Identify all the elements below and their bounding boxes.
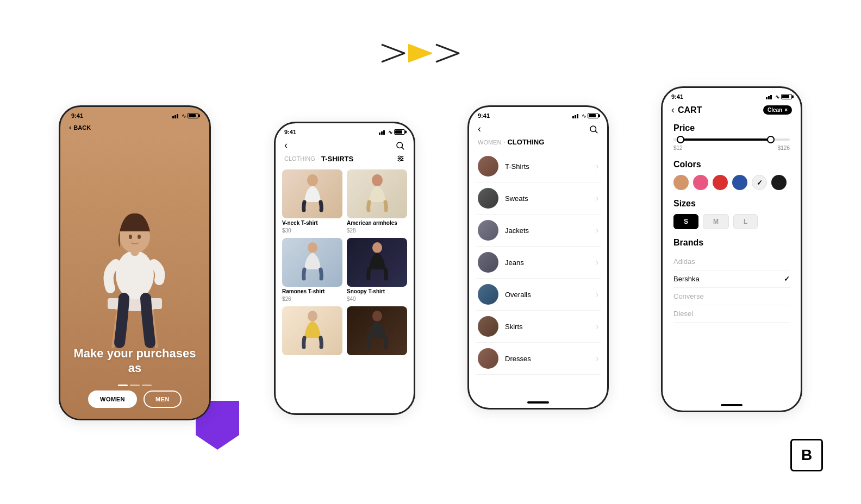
product-item-4[interactable]: Snoopy T-shirt $40 [347,238,407,302]
product-item-2[interactable]: American armholes $28 [347,169,407,234]
back-arrow-4[interactable]: ‹ [671,104,675,116]
svg-point-13 [138,235,141,239]
product-item-6[interactable] [347,306,407,355]
brands-title: Brands [673,238,790,248]
carousel-dots [60,385,209,386]
category-avatar-overalls [478,284,498,305]
women-button[interactable]: WOMEN [88,390,137,408]
phone4-inner: 9:41 ∿ ‹ CART Clean × [663,88,801,411]
time-3: 9:41 [478,112,490,119]
product-item-3[interactable]: Ramones T-shirt $26 [282,238,342,302]
color-tan[interactable] [673,175,689,190]
brand-diesel-label: Diesel [673,310,693,318]
category-avatar-jeans [478,252,498,273]
size-m[interactable]: M [703,214,729,229]
time-2: 9:41 [284,129,296,135]
status-icons-4: ∿ [766,94,792,100]
category-overalls[interactable]: Overalls › [476,279,601,311]
wifi-icon-3: ∿ [582,113,586,119]
product-image-5 [282,306,342,355]
category-dresses[interactable]: Dresses › [476,343,601,375]
price-max: $126 [778,145,790,151]
category-skirts[interactable]: Skirts › [476,311,601,343]
product-price-3: $26 [282,296,342,302]
svg-point-21 [398,160,400,161]
color-black[interactable] [771,175,787,190]
category-tshirts[interactable]: T-Shirts › [476,150,601,182]
product-price-2: $28 [347,228,407,234]
brand-diesel[interactable]: Diesel [673,305,790,323]
wifi-icon: ∿ [182,113,186,119]
back-nav[interactable]: ‹ BACK [60,121,209,136]
category-label-sweats: Sweats [505,194,589,203]
price-handle-min[interactable] [677,136,684,143]
category-label-overalls: Overalls [505,291,589,299]
phone-product-list: 9:41 ∿ ‹ CLOTHING [274,122,415,415]
men-button[interactable]: MEN [144,390,182,408]
clean-badge[interactable]: Clean × [763,105,792,115]
category-avatar-jackets [478,220,498,241]
arrow-filled [408,43,433,63]
bottom-handle-4 [663,400,801,411]
arrow-outline-1 [380,43,405,63]
brand-bershka[interactable]: Bershka ✓ [673,270,790,288]
phone4-nav: ‹ CART Clean × [663,102,801,119]
category-label-jeans: Jeans [505,259,589,267]
status-icons-2: ∿ [379,129,405,135]
signal-icon-3 [572,114,580,118]
filter-content: Price $12 $126 Colors [663,119,801,400]
svg-point-23 [372,174,383,186]
category-avatar-sweats [478,188,498,209]
person-svg-3 [299,241,326,284]
price-min: $12 [673,145,683,151]
brand-converse[interactable]: Converse [673,288,790,305]
breadcrumb-current-3: CLOTHING [507,138,544,146]
dot-1[interactable] [118,385,128,386]
brand-adidas[interactable]: Adidas [673,253,790,270]
svg-point-25 [372,242,382,253]
product-name-2: American armholes [347,220,407,226]
filter-icon[interactable] [396,154,405,163]
size-l[interactable]: L [733,214,758,229]
category-label-dresses: Dresses [505,355,589,363]
hero-section: Make your purchases as [60,136,209,419]
time-4: 9:41 [671,93,683,100]
dot-2[interactable] [130,385,140,386]
arrow-outline-2 [435,43,460,63]
battery-icon-2 [394,129,405,135]
breadcrumb-current: T-SHIRTS [321,155,353,163]
color-pink[interactable] [693,175,708,190]
color-blue[interactable] [732,175,747,190]
signal-icon-2 [379,130,386,135]
battery-icon [188,113,198,118]
svg-rect-5 [108,298,162,309]
category-jeans[interactable]: Jeans › [476,247,601,279]
product-item-5[interactable] [282,306,342,355]
back-arrow-3[interactable]: ‹ [478,123,481,135]
price-slider[interactable] [673,138,790,141]
color-red[interactable] [713,175,728,190]
product-item-1[interactable]: V-neck T-shirt $30 [282,169,342,234]
svg-point-22 [307,174,318,186]
category-sweats[interactable]: Sweats › [476,182,601,215]
phone2-inner: 9:41 ∿ ‹ CLOTHING [276,123,414,413]
grid-row-1: V-neck T-shirt $30 American ar [282,169,407,234]
bershka-check: ✓ [784,275,790,283]
category-jackets[interactable]: Jackets › [476,215,601,247]
battery-icon-3 [588,113,598,118]
color-white[interactable] [752,175,767,190]
clean-label: Clean [768,107,782,113]
signal-icon [172,114,180,118]
person-svg-2 [364,172,391,216]
size-s[interactable]: S [673,214,698,229]
handle-bar-4 [721,404,743,406]
phone2-nav: ‹ [276,137,414,154]
logo-letter: B [801,446,812,464]
brand-bershka-label: Bershka [673,275,700,283]
price-range-labels: $12 $126 [673,145,790,151]
price-handle-max[interactable] [767,136,775,143]
dot-3[interactable] [142,385,152,386]
search-icon-3[interactable] [589,124,598,134]
back-arrow-2[interactable]: ‹ [284,140,288,151]
search-icon[interactable] [395,141,405,150]
